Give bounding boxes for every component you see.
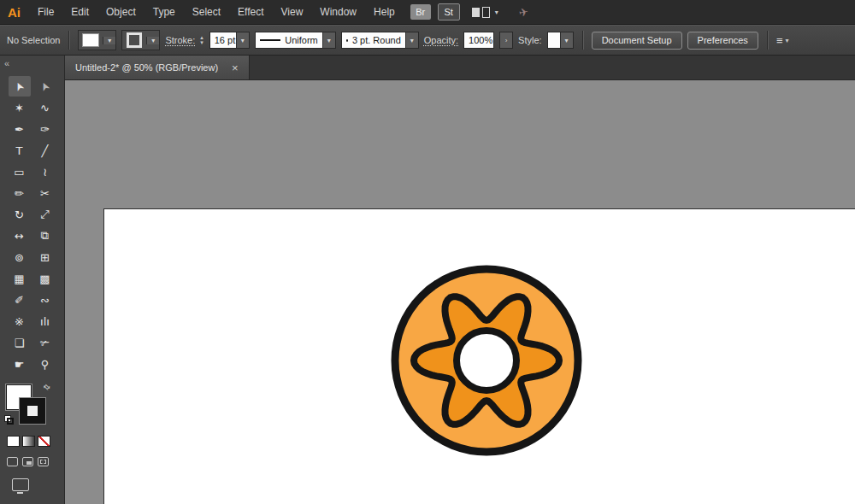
document-area: Untitled-2* @ 50% (RGB/Preview) × bbox=[65, 56, 855, 504]
workspace-switcher[interactable]: ▾ bbox=[472, 7, 498, 18]
opacity-panel-link[interactable]: Opacity: bbox=[424, 35, 458, 45]
menu-file[interactable]: File bbox=[29, 0, 62, 24]
tools-panel: « ➤➤✶∿✒✑T╱▭≀✏✂↻⤢↔⧉⊚⊞▦▩✐∾※ılı❏✃☛⚲ ⇄ bbox=[0, 56, 65, 504]
app-logo: Ai bbox=[0, 5, 29, 20]
symbol-sprayer-tool-icon: ※ bbox=[15, 315, 24, 328]
menu-window[interactable]: Window bbox=[311, 0, 365, 24]
screen-mode-button[interactable] bbox=[12, 478, 29, 491]
chevron-down-icon: ▾ bbox=[236, 32, 249, 48]
canvas[interactable] bbox=[65, 80, 855, 504]
color-button[interactable] bbox=[7, 436, 20, 447]
perspective-grid-tool-icon: ⊞ bbox=[40, 251, 50, 264]
direct-selection-tool[interactable]: ➤ bbox=[34, 76, 56, 97]
chevron-down-icon: ▾ bbox=[405, 32, 418, 48]
rectangle-tool-icon: ▭ bbox=[14, 166, 24, 179]
direct-selection-tool-icon: ➤ bbox=[37, 79, 52, 93]
stroke-weight-stepper[interactable]: ▴▾ bbox=[200, 35, 203, 45]
eyedropper-tool[interactable]: ✐ bbox=[9, 290, 31, 310]
lasso-tool[interactable]: ∿ bbox=[34, 97, 56, 118]
line-segment-tool[interactable]: ╱ bbox=[34, 140, 56, 161]
draw-inside-button[interactable] bbox=[38, 457, 49, 466]
pen-tool[interactable]: ✒ bbox=[9, 119, 31, 139]
type-tool[interactable]: T bbox=[9, 140, 31, 161]
pen-tool-icon: ✒ bbox=[15, 123, 24, 136]
mesh-tool[interactable]: ▦ bbox=[9, 268, 31, 289]
bridge-button[interactable]: Br bbox=[410, 4, 431, 20]
style-value bbox=[548, 32, 560, 48]
fill-swatch bbox=[82, 33, 99, 47]
shape-builder-tool[interactable]: ⊚ bbox=[9, 247, 31, 267]
symbol-sprayer-tool[interactable]: ※ bbox=[9, 311, 31, 331]
hand-tool[interactable]: ☛ bbox=[9, 354, 31, 374]
width-profile-preview bbox=[260, 39, 280, 41]
opacity-combo[interactable]: 100% bbox=[463, 32, 494, 49]
document-tab[interactable]: Untitled-2* @ 50% (RGB/Preview) × bbox=[65, 56, 250, 79]
default-stroke-mini bbox=[7, 418, 14, 425]
tab-bar: Untitled-2* @ 50% (RGB/Preview) × bbox=[65, 56, 855, 80]
menu-object[interactable]: Object bbox=[97, 0, 144, 24]
align-dropdown[interactable]: ≡ ▾ bbox=[776, 34, 789, 47]
scale-tool-icon: ⤢ bbox=[40, 208, 49, 221]
magic-wand-tool[interactable]: ✶ bbox=[9, 97, 31, 118]
menu-select[interactable]: Select bbox=[184, 0, 229, 24]
rectangle-tool[interactable]: ▭ bbox=[9, 161, 31, 182]
menu-view[interactable]: View bbox=[273, 0, 312, 24]
menu-type[interactable]: Type bbox=[144, 0, 184, 24]
preferences-button[interactable]: Preferences bbox=[687, 32, 758, 50]
chevron-down-icon: ▾ bbox=[785, 37, 788, 44]
paintbrush-tool[interactable]: ≀ bbox=[34, 161, 56, 182]
stroke-color-dropdown[interactable]: ▾ bbox=[121, 30, 160, 50]
perspective-grid-tool[interactable]: ⊞ bbox=[34, 247, 56, 267]
artboard[interactable] bbox=[103, 208, 855, 504]
scissors-tool[interactable]: ✂ bbox=[34, 183, 56, 203]
rotate-tool[interactable]: ↻ bbox=[9, 204, 31, 225]
style-dropdown[interactable]: ▾ bbox=[547, 32, 574, 49]
menu-effect[interactable]: Effect bbox=[229, 0, 272, 24]
collapse-panel-icon[interactable]: « bbox=[4, 58, 9, 68]
fill-color-dropdown[interactable]: ▾ bbox=[78, 30, 116, 50]
tools-grid: ➤➤✶∿✒✑T╱▭≀✏✂↻⤢↔⧉⊚⊞▦▩✐∾※ılı❏✃☛⚲ bbox=[9, 76, 56, 374]
gradient-button[interactable] bbox=[22, 436, 35, 447]
close-icon[interactable]: × bbox=[232, 62, 239, 73]
stroke-weight-combo[interactable]: 16 pt ▾ bbox=[209, 32, 250, 49]
brush-definition-dropdown[interactable]: 3 pt. Round ▾ bbox=[341, 32, 419, 49]
artboard-tool[interactable]: ❏ bbox=[9, 332, 31, 353]
blend-tool[interactable]: ∾ bbox=[34, 290, 56, 310]
width-profile-dropdown[interactable]: Uniform ▾ bbox=[255, 32, 336, 49]
free-transform-tool[interactable]: ⧉ bbox=[34, 226, 56, 246]
draw-behind-button[interactable] bbox=[22, 457, 33, 466]
gradient-tool[interactable]: ▩ bbox=[34, 268, 56, 289]
pencil-tool[interactable]: ✏ bbox=[9, 183, 31, 203]
tab-title: Untitled-2* @ 50% (RGB/Preview) bbox=[75, 62, 218, 73]
column-graph-tool[interactable]: ılı bbox=[34, 311, 56, 331]
lasso-tool-icon: ∿ bbox=[40, 102, 50, 114]
opacity-field[interactable]: 100% bbox=[464, 32, 493, 48]
draw-normal-button[interactable] bbox=[7, 457, 18, 466]
width-tool[interactable]: ↔ bbox=[9, 226, 31, 246]
artwork-svg bbox=[387, 261, 586, 460]
swap-fill-stroke-icon[interactable]: ⇄ bbox=[42, 382, 52, 392]
stock-button[interactable]: St bbox=[438, 3, 460, 21]
document-setup-button[interactable]: Document Setup bbox=[592, 32, 682, 50]
menu-help[interactable]: Help bbox=[365, 0, 404, 24]
menu-edit[interactable]: Edit bbox=[62, 0, 97, 24]
default-fill-stroke-icon[interactable] bbox=[4, 415, 13, 424]
curvature-tool[interactable]: ✑ bbox=[34, 119, 56, 139]
slice-tool[interactable]: ✃ bbox=[34, 332, 56, 353]
opacity-expand-icon[interactable]: › bbox=[499, 32, 513, 49]
chevron-down-icon: ▾ bbox=[560, 32, 573, 48]
stroke-panel-link[interactable]: Stroke: bbox=[165, 35, 195, 45]
zoom-tool[interactable]: ⚲ bbox=[34, 354, 56, 374]
stroke-color-swatch[interactable] bbox=[20, 398, 45, 424]
none-button[interactable] bbox=[38, 436, 50, 447]
scale-tool[interactable]: ⤢ bbox=[34, 204, 56, 225]
line-segment-tool-icon: ╱ bbox=[42, 144, 49, 157]
selection-tool[interactable]: ➤ bbox=[9, 76, 31, 97]
blend-tool-icon: ∾ bbox=[40, 294, 50, 307]
brush-label: 3 pt. Round bbox=[352, 35, 401, 45]
artboard-tool-icon: ❏ bbox=[15, 337, 25, 349]
stroke-weight-field[interactable]: 16 pt bbox=[210, 32, 236, 48]
gpu-performance-icon[interactable]: ✈ bbox=[517, 5, 529, 20]
shape-builder-tool-icon: ⊚ bbox=[15, 251, 24, 264]
workspace-icon-outline bbox=[482, 7, 490, 18]
